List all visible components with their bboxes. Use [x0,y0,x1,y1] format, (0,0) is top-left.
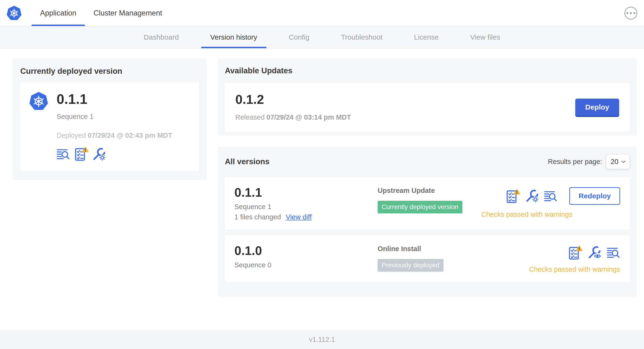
results-per-page-value: 20 [610,158,618,166]
tab-dashboard[interactable]: Dashboard [134,26,188,48]
current-version-deployed: Deployed 07/29/24 @ 02:43 pm MDT [56,132,172,140]
status-badge: Currently deployed version [378,201,462,214]
view-diff-link[interactable]: View diff [286,213,312,221]
tab-config[interactable]: Config [280,26,319,48]
version-info: 0.1.0 Sequence 0 [234,244,378,269]
release-notes-icon[interactable] [607,246,620,260]
version-source: Online Install Previously deployed [378,244,529,272]
version-source-label: Online Install [378,245,529,253]
preflight-status-text: Checks passed with warnings [529,266,620,273]
release-notes-icon[interactable] [56,147,70,161]
version-source: Upstream Update Currently deployed versi… [378,186,481,214]
results-per-page-label: Results per page: [548,158,602,166]
app-logo [7,0,22,26]
version-actions: Checks passed with warnings [529,244,620,273]
current-version-actions [56,146,172,161]
tab-application[interactable]: Application [32,0,85,26]
kubernetes-logo-icon [29,92,48,110]
available-updates-title: Available Updates [225,66,630,75]
kubernetes-logo-icon [7,6,22,20]
files-changed-label: 1 files changed [234,213,281,221]
tab-troubleshoot-label: Troubleshoot [341,33,382,41]
tab-view-files[interactable]: View files [461,26,510,48]
deployed-date: 07/29/24 @ 02:43 pm MDT [88,132,172,139]
app-header: Application Cluster Management [0,0,644,26]
all-versions-header: All versions Results per page: 20 [225,154,630,169]
deploy-button[interactable]: Deploy [575,98,619,116]
version-sequence: Sequence 1 [234,203,378,211]
view-config-icon[interactable] [588,246,602,259]
preflight-status-text: Checks passed with warnings [481,210,572,218]
current-version-number: 0.1.1 [56,92,172,106]
redeploy-button[interactable]: Redeploy [569,187,620,205]
tab-config-label: Config [289,33,310,41]
tab-cluster-management-label: Cluster Management [94,9,162,18]
version-row-0-1-0: 0.1.0 Sequence 0 Online Install Previous… [225,235,630,282]
edit-config-icon[interactable] [92,148,106,161]
version-files-changed: 1 files changed View diff [234,213,378,221]
results-per-page-select[interactable]: 20 [606,154,630,169]
available-version-number: 0.1.2 [235,93,351,106]
current-version-card: 0.1.1 Sequence 1 Deployed 07/29/24 @ 02:… [20,82,199,171]
version-info: 0.1.1 Sequence 1 1 files changed View di… [234,186,378,221]
available-updates-panel: Available Updates 0.1.2 Released 07/29/2… [218,58,637,136]
release-notes-icon[interactable] [544,189,557,203]
version-action-icons: Redeploy [505,187,620,205]
version-row-0-1-1: 0.1.1 Sequence 1 1 files changed View di… [225,177,630,230]
version-action-icons [568,246,620,260]
ellipsis-icon [626,12,628,14]
edit-config-icon[interactable] [525,189,539,203]
current-version-column: Currently deployed version 0.1.1 Sequenc… [13,58,207,180]
header-tabs: Application Cluster Management [32,0,171,26]
current-version-panel: Currently deployed version 0.1.1 Sequenc… [13,58,207,180]
tab-application-label: Application [40,9,76,18]
main-content: Currently deployed version 0.1.1 Sequenc… [0,48,644,297]
available-version-released: Released 07/29/24 @ 03:14 pm MDT [235,114,351,121]
tab-version-history[interactable]: Version history [201,26,266,48]
status-badge: Previously deployed [378,259,444,272]
overflow-menu-button[interactable] [624,7,637,20]
results-per-page: Results per page: 20 [548,154,630,169]
tab-license-label: License [414,33,438,41]
preflight-checks-warning-icon[interactable] [505,189,520,203]
version-number: 0.1.0 [234,244,378,257]
deployed-prefix: Deployed [56,132,86,139]
available-update-card: 0.1.2 Released 07/29/24 @ 03:14 pm MDT D… [225,83,630,131]
version-actions: Redeploy Checks passed with warnings [481,186,620,218]
tab-version-history-label: Version history [210,33,257,41]
preflight-checks-warning-icon[interactable] [74,146,88,161]
console-version: v1.112.1 [309,336,335,344]
current-version-title: Currently deployed version [20,66,199,76]
preflight-checks-warning-icon[interactable] [568,246,582,260]
chevron-down-icon [621,160,626,163]
released-date: 07/29/24 @ 03:14 pm MDT [266,114,351,121]
tab-license[interactable]: License [405,26,448,48]
app-subnav: Dashboard Version history Config Trouble… [0,26,644,48]
tab-view-files-label: View files [470,33,500,41]
tab-troubleshoot[interactable]: Troubleshoot [332,26,392,48]
all-versions-panel: All versions Results per page: 20 0.1.1 … [218,146,637,297]
tab-cluster-management[interactable]: Cluster Management [85,0,171,26]
header-right [624,0,637,26]
version-sequence: Sequence 0 [234,261,378,269]
app-footer: v1.112.1 [0,330,644,349]
version-source-label: Upstream Update [378,187,481,194]
available-update-info: 0.1.2 Released 07/29/24 @ 03:14 pm MDT [235,93,351,121]
released-prefix: Released [235,114,265,121]
current-version-details: 0.1.1 Sequence 1 Deployed 07/29/24 @ 02:… [56,92,172,161]
version-number: 0.1.1 [234,186,378,199]
tab-dashboard-label: Dashboard [144,33,179,41]
current-version-sequence: Sequence 1 [56,113,172,120]
all-versions-title: All versions [225,157,270,166]
updates-column: Available Updates 0.1.2 Released 07/29/2… [218,58,637,297]
